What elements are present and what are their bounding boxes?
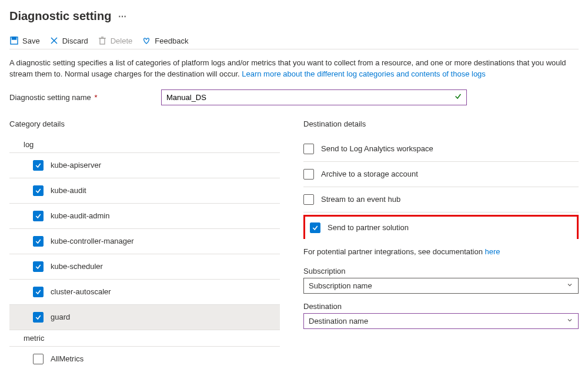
diagnostic-setting-name-input[interactable]: [161, 89, 467, 105]
save-button[interactable]: Save: [9, 36, 40, 45]
category-checkbox[interactable]: [33, 312, 44, 323]
svg-rect-1: [12, 37, 16, 39]
destination-checkbox[interactable]: [303, 144, 314, 154]
category-label: kube-audit: [51, 186, 86, 195]
chevron-down-icon: [566, 317, 573, 325]
save-icon: [9, 36, 19, 45]
svg-rect-4: [100, 38, 105, 44]
destination-row[interactable]: Archive to a storage account: [303, 162, 579, 187]
discard-label: Discard: [62, 36, 88, 45]
category-label: kube-audit-admin: [51, 211, 109, 220]
feedback-button[interactable]: Feedback: [142, 36, 188, 45]
delete-button: Delete: [98, 36, 133, 45]
category-label: guard: [51, 313, 70, 321]
category-checkbox[interactable]: [33, 236, 44, 247]
category-label: cluster-autoscaler: [51, 287, 111, 296]
destination-label: Stream to an event hub: [321, 195, 400, 204]
partner-doc-link[interactable]: here: [485, 247, 500, 256]
group-metric-heading: metric: [9, 330, 280, 347]
category-row[interactable]: guard: [9, 305, 280, 330]
description-link[interactable]: Learn more about the different log categ…: [242, 69, 486, 78]
destination-checkbox[interactable]: [303, 169, 314, 180]
destination-checkbox[interactable]: [303, 194, 314, 205]
description-text: A diagnostic setting specifies a list of…: [9, 58, 579, 80]
chevron-down-icon: [566, 281, 573, 290]
category-label: kube-apiserver: [51, 161, 101, 170]
metric-label: AllMetrics: [51, 354, 83, 363]
category-checkbox[interactable]: [33, 287, 44, 297]
check-icon: [454, 92, 462, 102]
destination-heading: Destination details: [303, 119, 579, 128]
subscription-label: Subscription: [303, 267, 579, 275]
destination-row[interactable]: Send to Log Analytics workspace: [303, 137, 579, 162]
save-label: Save: [22, 36, 40, 45]
group-log-heading: log: [9, 137, 280, 153]
destination-column: Destination details Send to Log Analytic…: [303, 119, 579, 371]
destination-label: Destination: [303, 302, 579, 311]
heart-icon: [142, 36, 151, 45]
page-title-text: Diagnostic setting: [9, 9, 111, 23]
destination-label: Send to Log Analytics workspace: [321, 144, 433, 153]
required-asterisk: *: [94, 93, 97, 102]
category-row[interactable]: kube-apiserver: [9, 153, 280, 178]
subscription-select[interactable]: Subscription name: [303, 278, 579, 294]
feedback-label: Feedback: [155, 36, 188, 45]
more-icon[interactable]: ⋯: [118, 12, 127, 21]
partner-note: For potential partner integrations, see …: [303, 247, 579, 256]
destination-select[interactable]: Destination name: [303, 313, 579, 329]
destination-checkbox[interactable]: [310, 222, 320, 233]
category-checkbox[interactable]: [33, 261, 44, 272]
name-label: Diagnostic setting name *: [9, 93, 161, 102]
destination-row[interactable]: Send to partner solution: [303, 215, 579, 239]
category-checkbox[interactable]: [33, 160, 44, 171]
name-row: Diagnostic setting name *: [9, 89, 579, 105]
category-row[interactable]: kube-audit: [9, 178, 280, 204]
name-input-wrap: [161, 89, 467, 105]
close-icon: [49, 36, 59, 45]
destination-label: Send to partner solution: [328, 223, 409, 232]
destination-label: Archive to a storage account: [321, 170, 418, 178]
category-checkbox[interactable]: [33, 185, 44, 196]
category-heading: Category details: [9, 119, 280, 128]
page-title: Diagnostic setting ⋯: [9, 9, 579, 23]
discard-button[interactable]: Discard: [49, 36, 88, 45]
category-row[interactable]: cluster-autoscaler: [9, 280, 280, 305]
metric-checkbox[interactable]: [33, 354, 44, 364]
category-column: Category details log kube-apiserverkube-…: [9, 119, 280, 371]
destination-row[interactable]: Stream to an event hub: [303, 187, 579, 212]
category-label: kube-scheduler: [51, 262, 103, 271]
category-checkbox[interactable]: [33, 211, 44, 221]
destination-value: Destination name: [309, 317, 368, 325]
category-row[interactable]: kube-scheduler: [9, 254, 280, 280]
category-row[interactable]: kube-controller-manager: [9, 229, 280, 254]
category-row[interactable]: kube-audit-admin: [9, 204, 280, 229]
trash-icon: [98, 36, 107, 45]
delete-label: Delete: [111, 36, 133, 45]
metric-row[interactable]: AllMetrics: [9, 347, 280, 371]
toolbar: Save Discard Delete Feedback: [9, 32, 579, 49]
subscription-value: Subscription name: [309, 281, 372, 290]
category-label: kube-controller-manager: [51, 237, 134, 245]
